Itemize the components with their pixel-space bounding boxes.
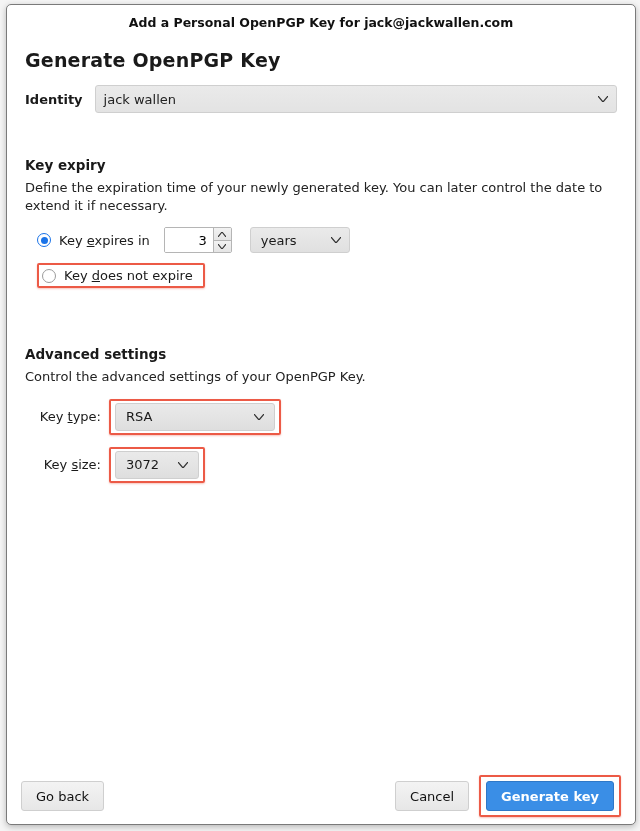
radio-key-no-expire[interactable] bbox=[42, 269, 56, 283]
key-expiry-description: Define the expiration time of your newly… bbox=[25, 179, 617, 215]
key-size-value: 3072 bbox=[126, 457, 159, 472]
advanced-settings-section: Advanced settings Control the advanced s… bbox=[25, 346, 617, 482]
identity-dropdown[interactable]: jack wallen bbox=[95, 85, 617, 113]
spinner-arrows bbox=[213, 228, 231, 252]
chevron-down-icon bbox=[254, 412, 264, 422]
chevron-down-icon bbox=[331, 235, 341, 245]
key-size-dropdown[interactable]: 3072 bbox=[115, 451, 199, 479]
advanced-rows: Key type: RSA Key size: bbox=[25, 399, 617, 483]
dialog-content: Generate OpenPGP Key Identity jack walle… bbox=[7, 39, 635, 768]
key-type-label: Key type: bbox=[25, 409, 109, 424]
label-part: Key bbox=[44, 457, 72, 472]
identity-row: Identity jack wallen bbox=[25, 85, 617, 113]
go-back-button[interactable]: Go back bbox=[21, 781, 104, 811]
label-part: ize: bbox=[78, 457, 101, 472]
label-part: xpires in bbox=[94, 233, 149, 248]
radio-key-expires[interactable] bbox=[37, 233, 51, 247]
radio-key-expires-label: Key expires in bbox=[59, 233, 150, 248]
generate-key-button[interactable]: Generate key bbox=[486, 781, 614, 811]
window-title: Add a Personal OpenPGP Key for jack@jack… bbox=[7, 5, 635, 39]
key-type-value: RSA bbox=[126, 409, 152, 424]
label-part: oes not expire bbox=[100, 268, 193, 283]
key-expiry-section: Key expiry Define the expiration time of… bbox=[25, 157, 617, 288]
radio-key-no-expire-label: Key does not expire bbox=[64, 268, 193, 283]
key-expiry-title: Key expiry bbox=[25, 157, 617, 173]
key-type-row: Key type: RSA bbox=[25, 399, 617, 435]
key-size-highlight: 3072 bbox=[109, 447, 205, 483]
key-type-dropdown[interactable]: RSA bbox=[115, 403, 275, 431]
radio-key-expires-row[interactable]: Key expires in years bbox=[37, 227, 617, 253]
label-part: ype: bbox=[73, 409, 101, 424]
label-part: Key bbox=[59, 233, 87, 248]
spinner-up-button[interactable] bbox=[214, 228, 231, 241]
expiry-options: Key expires in years bbox=[37, 227, 617, 288]
expiry-number-input[interactable] bbox=[165, 228, 213, 252]
identity-value: jack wallen bbox=[104, 92, 176, 107]
window-title-text: Add a Personal OpenPGP Key for jack@jack… bbox=[129, 15, 513, 30]
chevron-down-icon bbox=[178, 460, 188, 470]
label-part: Key bbox=[40, 409, 68, 424]
label-part: Key bbox=[64, 268, 92, 283]
key-size-label: Key size: bbox=[25, 457, 109, 472]
dialog-footer: Go back Cancel Generate key bbox=[7, 768, 635, 824]
generate-openpgp-dialog: Add a Personal OpenPGP Key for jack@jack… bbox=[6, 4, 636, 825]
footer-right-group: Cancel Generate key bbox=[395, 775, 621, 817]
generate-key-highlight: Generate key bbox=[479, 775, 621, 817]
advanced-title: Advanced settings bbox=[25, 346, 617, 362]
key-type-highlight: RSA bbox=[109, 399, 281, 435]
page-title: Generate OpenPGP Key bbox=[25, 49, 617, 71]
expiry-unit-value: years bbox=[261, 233, 297, 248]
cancel-button[interactable]: Cancel bbox=[395, 781, 469, 811]
radio-key-no-expire-row[interactable]: Key does not expire bbox=[37, 263, 205, 288]
label-accel: d bbox=[92, 268, 100, 283]
spinner-down-button[interactable] bbox=[214, 241, 231, 253]
key-size-row: Key size: 3072 bbox=[25, 447, 617, 483]
chevron-down-icon bbox=[598, 94, 608, 104]
expiry-unit-dropdown[interactable]: years bbox=[250, 227, 350, 253]
advanced-description: Control the advanced settings of your Op… bbox=[25, 368, 617, 386]
expiry-number-spinner[interactable] bbox=[164, 227, 232, 253]
identity-label: Identity bbox=[25, 92, 83, 107]
